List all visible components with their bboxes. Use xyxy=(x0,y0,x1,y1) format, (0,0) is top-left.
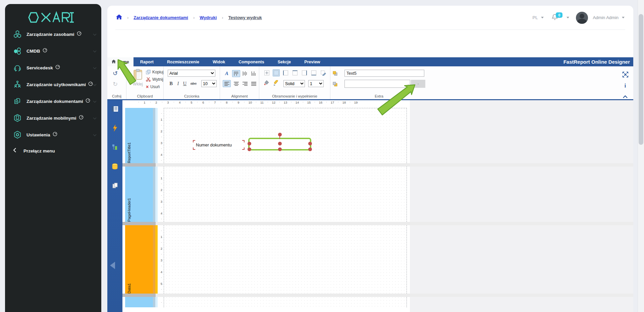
language-selector[interactable]: PL xyxy=(533,15,538,20)
send-to-back-button[interactable] xyxy=(331,80,339,87)
delete-button[interactable]: × Usuń xyxy=(146,84,160,89)
border-color-button[interactable] xyxy=(273,79,280,86)
resize-handle[interactable] xyxy=(248,147,251,151)
align-center-button[interactable] xyxy=(232,80,240,87)
band-PageHeader1[interactable]: PageHeader1·····1234 xyxy=(107,167,633,222)
border-left-button[interactable] xyxy=(282,69,289,76)
band-Data1[interactable]: Data1······12345 xyxy=(107,225,633,294)
strikethrough-button[interactable]: abc xyxy=(189,80,198,87)
group-label: Extra xyxy=(330,94,428,98)
band-content-area[interactable] xyxy=(164,108,407,163)
data-source-button[interactable] xyxy=(111,163,119,170)
vertical-align-bottom-button[interactable] xyxy=(250,70,258,77)
events-button[interactable] xyxy=(111,124,119,132)
band-content-area[interactable] xyxy=(164,225,407,294)
band-separator[interactable] xyxy=(107,294,633,297)
collapse-side-toolbar-icon[interactable] xyxy=(110,262,115,269)
home-icon[interactable] xyxy=(116,14,122,21)
fullscreen-button[interactable] xyxy=(622,71,629,78)
border-bottom-button[interactable] xyxy=(310,69,317,76)
band-label-block[interactable] xyxy=(125,297,158,307)
breadcrumb-link-wydruki[interactable]: Wydruki xyxy=(200,15,217,20)
report-properties-button[interactable] xyxy=(111,105,119,113)
copy-button[interactable]: Kopiuj xyxy=(146,70,163,74)
band-label-block[interactable]: Data1 xyxy=(125,225,158,294)
extra-more-button[interactable]: · xyxy=(411,80,425,88)
border-right-button[interactable] xyxy=(301,69,308,76)
band-content-area[interactable] xyxy=(164,167,407,222)
resize-handle[interactable] xyxy=(278,142,282,145)
collapse-ribbon-button[interactable] xyxy=(622,93,629,100)
align-justify-button[interactable] xyxy=(250,80,258,87)
sidebar-item-zarzadzanie-uzytkownikami[interactable]: Zarządzanie użytkownikami xyxy=(5,77,101,92)
text-element-numer-dokumentu[interactable]: Numer dokumentu xyxy=(194,141,244,149)
resize-handle[interactable] xyxy=(278,147,282,151)
resize-handle[interactable] xyxy=(308,142,312,145)
ribbon-group-undo: ↺ ↻ Cofnij xyxy=(107,66,126,99)
border-top-button[interactable] xyxy=(291,69,299,76)
band-separator[interactable] xyxy=(107,163,633,167)
vertical-align-center-button[interactable] xyxy=(241,70,249,77)
band-label-block[interactable]: PageHeader1 xyxy=(125,167,158,222)
cut-button[interactable]: Wytnij xyxy=(146,77,163,82)
text-color-button[interactable]: A xyxy=(223,70,231,77)
align-left-button[interactable] xyxy=(223,80,231,87)
component-name-input[interactable] xyxy=(344,70,424,77)
vertical-align-top-button[interactable] xyxy=(232,70,240,77)
resize-handle[interactable] xyxy=(248,142,251,145)
avatar[interactable] xyxy=(576,12,588,24)
band-separator[interactable] xyxy=(107,222,633,225)
language-caret-icon[interactable] xyxy=(541,17,544,18)
scrollbar-thumb[interactable] xyxy=(639,14,643,145)
band-ReportTitle1[interactable]: ReportTitle1·····1234 xyxy=(107,108,633,163)
undo-button[interactable]: ↺ xyxy=(113,70,118,76)
chevron-left-icon xyxy=(13,148,16,154)
sidebar-item-ustawienia[interactable]: Ustawienia xyxy=(5,127,101,142)
breadcrumb-link-dokumenty[interactable]: Zarządzanie dokumentami xyxy=(133,15,188,20)
fill-color-button[interactable] xyxy=(263,79,270,86)
sidebar-item-zarzadzanie-dokumentami[interactable]: Zarządzanie dokumentami xyxy=(5,94,101,109)
tab-sekcje[interactable]: Sekcje xyxy=(271,57,298,66)
sidebar-item-servicedesk[interactable]: Servicedesk xyxy=(5,60,101,75)
tab-home[interactable]: Home xyxy=(107,57,133,66)
hyperlink-input[interactable] xyxy=(344,80,410,88)
sidebar-item-zarzadzanie-mobilnymi[interactable]: Zarządzanie mobilnymi xyxy=(5,111,101,125)
tab-widok[interactable]: Widok xyxy=(206,57,232,66)
align-right-button[interactable] xyxy=(241,80,249,87)
selected-text-element-text5[interactable] xyxy=(248,138,311,150)
border-width-select[interactable]: 1 xyxy=(308,80,324,87)
band-content-area[interactable] xyxy=(164,297,407,307)
sidebar-item-cmdb[interactable]: CMDB xyxy=(5,44,101,58)
border-none-button[interactable] xyxy=(273,69,280,76)
bold-button[interactable]: B xyxy=(168,80,174,87)
tab-components[interactable]: Components xyxy=(232,57,271,66)
notifications-caret-icon[interactable] xyxy=(567,17,569,18)
resize-handle[interactable] xyxy=(308,147,312,151)
oxari-logo-icon xyxy=(27,11,80,24)
sidebar-item-zarzadzanie-zasobami[interactable]: Zarządzanie zasobami xyxy=(5,27,101,42)
font-family-select[interactable]: Arial xyxy=(168,70,215,77)
border-style-select[interactable]: Solid xyxy=(283,80,305,87)
bring-to-front-button[interactable] xyxy=(331,70,339,77)
sidebar-item-label: Zarządzanie zasobami xyxy=(26,32,74,37)
band-partial[interactable]: · xyxy=(107,297,633,307)
page-scrollbar[interactable] xyxy=(638,0,644,312)
redo-button[interactable]: ↻ xyxy=(113,81,118,87)
sidebar-collapse-button[interactable]: Przełącz menu xyxy=(5,143,101,158)
border-edit-button[interactable] xyxy=(320,69,327,76)
italic-button[interactable]: I xyxy=(176,80,180,87)
notifications-button[interactable]: 0 xyxy=(552,14,558,21)
user-menu-caret-icon[interactable] xyxy=(622,17,625,18)
paste-button[interactable]: Wklej xyxy=(131,69,145,86)
tab-raport[interactable]: Raport xyxy=(133,57,160,66)
tab-rozmieszczenie[interactable]: Rozmieszczenie xyxy=(160,57,206,66)
tab-preview[interactable]: Preview xyxy=(298,57,327,66)
band-label-block[interactable]: ReportTitle1 xyxy=(125,108,158,163)
pages-button[interactable] xyxy=(111,182,119,189)
info-button[interactable]: i xyxy=(622,82,629,89)
rotate-handle[interactable] xyxy=(278,133,282,136)
report-tree-button[interactable] xyxy=(111,143,119,151)
underline-button[interactable]: U xyxy=(182,80,187,87)
border-all-button[interactable] xyxy=(263,69,270,76)
font-size-select[interactable]: 10 xyxy=(201,80,217,87)
